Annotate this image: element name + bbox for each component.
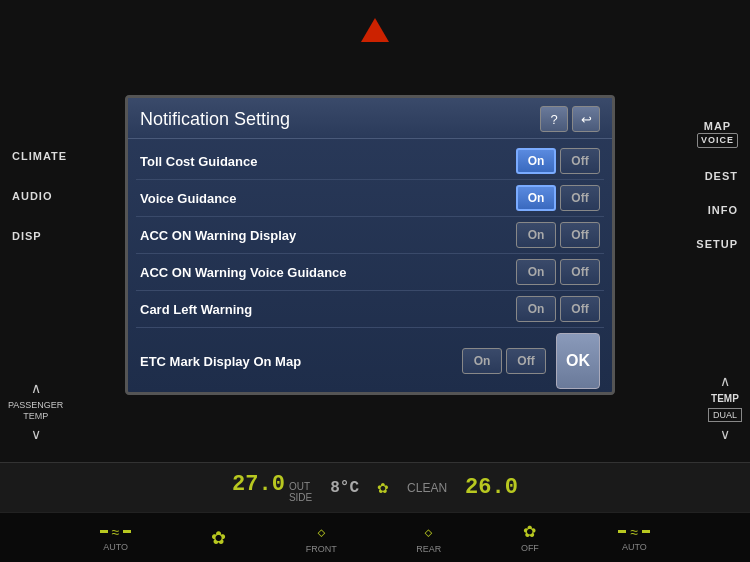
hazard-button[interactable] bbox=[361, 18, 389, 42]
back-button[interactable]: ↩ bbox=[572, 106, 600, 132]
setting-controls-etc-mark: OnOffOK bbox=[462, 333, 600, 389]
setting-controls-card-left: OnOff bbox=[516, 296, 600, 322]
header-buttons: ? ↩ bbox=[540, 106, 600, 132]
outside-label: OUTSIDE bbox=[289, 481, 312, 503]
front-button[interactable]: ⬦ FRONT bbox=[306, 521, 337, 554]
audio-button[interactable]: AUDIO bbox=[12, 190, 67, 202]
bottom-bar: 27.0 OUTSIDE 8°C ✿ CLEAN 26.0 ≈ AUTO ✿ ⬦… bbox=[0, 462, 750, 562]
bottom-buttons: ≈ AUTO ✿ ⬦ FRONT ⬦ REAR ✿ OFF ≈ AUTO bbox=[0, 512, 750, 562]
setup-button[interactable]: SETUP bbox=[696, 238, 738, 250]
off-button[interactable]: ✿ OFF bbox=[521, 522, 539, 553]
screen-header: Notification Setting ? ↩ bbox=[128, 98, 612, 139]
temp-down-button[interactable]: ∨ bbox=[720, 426, 730, 442]
map-label: MAP bbox=[704, 120, 731, 133]
left-temp-value: 27.0 bbox=[232, 472, 285, 497]
disp-button[interactable]: DISP bbox=[12, 230, 67, 242]
fan-speed-button[interactable]: ✿ bbox=[211, 527, 226, 549]
off-label: OFF bbox=[521, 543, 539, 553]
climate-strip: 27.0 OUTSIDE 8°C ✿ CLEAN 26.0 bbox=[0, 462, 750, 512]
setting-row-acc-warning-display: ACC ON Warning DisplayOnOff bbox=[136, 217, 604, 254]
setting-row-acc-warning-voice: ACC ON Warning Voice GuidanceOnOff bbox=[136, 254, 604, 291]
setting-controls-acc-warning-voice: OnOff bbox=[516, 259, 600, 285]
off-icon: ✿ bbox=[523, 522, 536, 541]
auto-right-icon: ≈ bbox=[630, 524, 638, 540]
passenger-temp-up[interactable]: ∧ bbox=[31, 380, 41, 396]
auto-left-button[interactable]: ≈ AUTO bbox=[100, 524, 132, 552]
front-label: FRONT bbox=[306, 544, 337, 554]
dest-button[interactable]: DEST bbox=[705, 170, 738, 182]
help-button[interactable]: ? bbox=[540, 106, 568, 132]
clean-label: CLEAN bbox=[407, 481, 447, 495]
voice-label: VOICE bbox=[697, 133, 738, 148]
setting-label-voice-guidance: Voice Guidance bbox=[140, 191, 516, 206]
ok-button[interactable]: OK bbox=[556, 333, 600, 389]
main-screen: Notification Setting ? ↩ Toll Cost Guida… bbox=[125, 95, 615, 395]
passenger-temp-down[interactable]: ∨ bbox=[31, 426, 41, 442]
off-btn-acc-warning-voice[interactable]: Off bbox=[560, 259, 600, 285]
screen-title: Notification Setting bbox=[140, 109, 290, 130]
left-temp-display: 27.0 OUTSIDE bbox=[232, 472, 312, 503]
setting-row-toll-cost: Toll Cost GuidanceOnOff bbox=[136, 143, 604, 180]
setting-row-card-left: Card Left WarningOnOff bbox=[136, 291, 604, 328]
setting-row-etc-mark: ETC Mark Display On MapOnOffOK bbox=[136, 328, 604, 394]
climate-button[interactable]: CLIMATE bbox=[12, 150, 67, 162]
setting-controls-toll-cost: OnOff bbox=[516, 148, 600, 174]
dual-label: DUAL bbox=[708, 408, 742, 422]
on-btn-acc-warning-display[interactable]: On bbox=[516, 222, 556, 248]
auto-dash-left bbox=[100, 530, 108, 533]
off-btn-etc-mark[interactable]: Off bbox=[506, 348, 546, 374]
fan-icon: ✿ bbox=[377, 480, 389, 496]
auto-left-label: AUTO bbox=[103, 542, 128, 552]
auto-dash-right bbox=[123, 530, 131, 533]
setting-label-toll-cost: Toll Cost Guidance bbox=[140, 154, 516, 169]
setting-label-card-left: Card Left Warning bbox=[140, 302, 516, 317]
setting-row-voice-guidance: Voice GuidanceOnOff bbox=[136, 180, 604, 217]
temp-label: TEMP bbox=[711, 393, 739, 404]
rear-button[interactable]: ⬦ REAR bbox=[416, 521, 441, 554]
right-temp-display: 26.0 bbox=[465, 475, 518, 500]
info-button[interactable]: INFO bbox=[708, 204, 738, 216]
auto-right-indicator: ≈ bbox=[618, 524, 650, 540]
auto-left-icon: ≈ bbox=[112, 524, 120, 540]
off-btn-acc-warning-display[interactable]: Off bbox=[560, 222, 600, 248]
auto-right-button[interactable]: ≈ AUTO bbox=[618, 524, 650, 552]
hazard-icon bbox=[361, 18, 389, 42]
on-btn-card-left[interactable]: On bbox=[516, 296, 556, 322]
off-btn-toll-cost[interactable]: Off bbox=[560, 148, 600, 174]
setting-controls-acc-warning-display: OnOff bbox=[516, 222, 600, 248]
off-btn-voice-guidance[interactable]: Off bbox=[560, 185, 600, 211]
rear-label: REAR bbox=[416, 544, 441, 554]
right-controls: MAP VOICE DEST INFO SETUP bbox=[696, 120, 738, 250]
outside-temp-value: 8°C bbox=[330, 479, 359, 497]
auto-left-indicator: ≈ bbox=[100, 524, 132, 540]
fan-speed-icon: ✿ bbox=[211, 527, 226, 549]
off-btn-card-left[interactable]: Off bbox=[560, 296, 600, 322]
front-icon: ⬦ bbox=[316, 521, 327, 542]
temp-control: ∧ TEMP DUAL ∨ bbox=[708, 373, 742, 442]
setting-label-acc-warning-voice: ACC ON Warning Voice Guidance bbox=[140, 265, 516, 280]
auto-right-label: AUTO bbox=[622, 542, 647, 552]
on-btn-etc-mark[interactable]: On bbox=[462, 348, 502, 374]
on-btn-voice-guidance[interactable]: On bbox=[516, 185, 556, 211]
setting-label-acc-warning-display: ACC ON Warning Display bbox=[140, 228, 516, 243]
auto-right-dash-r bbox=[642, 530, 650, 533]
passenger-temp-label: PASSENGERTEMP bbox=[8, 400, 63, 422]
auto-right-dash-l bbox=[618, 530, 626, 533]
setting-label-etc-mark: ETC Mark Display On Map bbox=[140, 354, 462, 369]
left-controls: CLIMATE AUDIO DISP bbox=[12, 150, 67, 242]
right-temp-value: 26.0 bbox=[465, 475, 518, 500]
rear-icon: ⬦ bbox=[423, 521, 434, 542]
map-voice-button[interactable]: MAP VOICE bbox=[697, 120, 738, 148]
temp-up-button[interactable]: ∧ bbox=[720, 373, 730, 389]
settings-body: Toll Cost GuidanceOnOffVoice GuidanceOnO… bbox=[128, 139, 612, 398]
passenger-temp-control: ∧ PASSENGERTEMP ∨ bbox=[8, 380, 63, 442]
on-btn-toll-cost[interactable]: On bbox=[516, 148, 556, 174]
setting-controls-voice-guidance: OnOff bbox=[516, 185, 600, 211]
on-btn-acc-warning-voice[interactable]: On bbox=[516, 259, 556, 285]
